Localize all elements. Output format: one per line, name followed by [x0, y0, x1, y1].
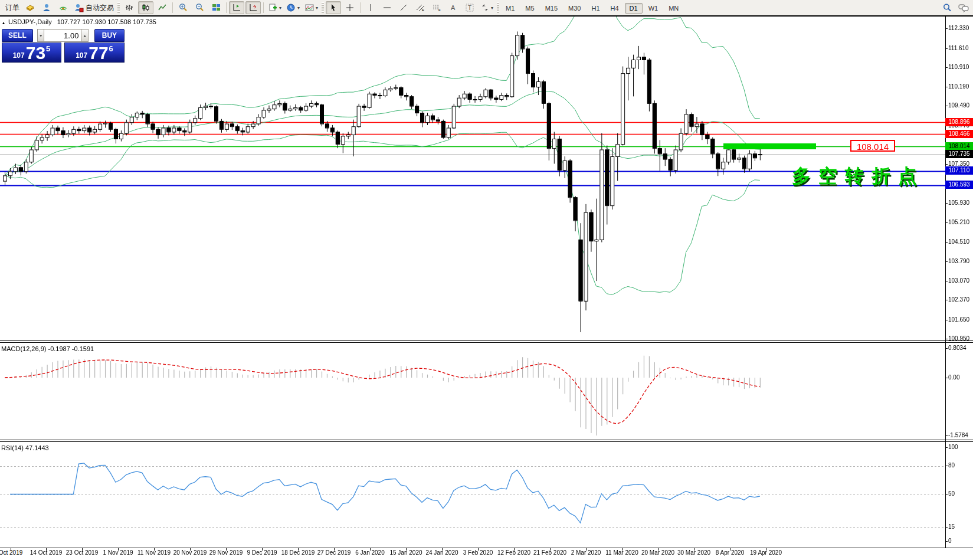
timeframe-button-M5[interactable]: M5 — [520, 3, 539, 14]
price-level-tag: 108.466 — [945, 130, 973, 138]
price-tick-label: 110.910 — [948, 64, 969, 70]
rsi-label: RSI(14) 47.1443 — [1, 444, 49, 451]
cursor-tool-button[interactable] — [326, 1, 341, 14]
price-tick — [945, 281, 948, 281]
price-tick — [945, 67, 948, 68]
volume-increase-button[interactable]: ▲ — [81, 29, 89, 42]
templates-button[interactable]: ▾ — [303, 1, 320, 14]
date-axis-tick — [478, 548, 479, 551]
new-order-label: 订单 — [5, 3, 19, 13]
rsi-tick-label: 100 — [948, 444, 958, 450]
timeframe-button-MN[interactable]: MN — [664, 3, 683, 14]
support-zone-bar[interactable] — [723, 143, 816, 149]
rsi-tick — [945, 541, 948, 542]
buy-price-figure: 107 — [76, 51, 87, 60]
templates-icon — [304, 3, 314, 12]
chart-bottom-border — [0, 548, 973, 548]
one-click-trading-widget: SELL ▼ ▲ BUY 107 73 5 107 77 6 — [2, 29, 125, 63]
price-tick-label: 112.330 — [948, 25, 969, 31]
text-label-tool-button[interactable]: T — [462, 1, 477, 14]
auto-scroll-icon — [248, 3, 258, 12]
search-icon — [942, 3, 952, 12]
zoom-out-button[interactable] — [192, 1, 207, 14]
timeframe-button-H4[interactable]: H4 — [606, 3, 624, 14]
zoom-in-icon — [178, 3, 188, 12]
arrows-tool-button[interactable]: ▾ — [479, 1, 495, 14]
timeframe-button-M15[interactable]: M15 — [540, 3, 562, 14]
chart-shift-icon — [232, 3, 242, 12]
autotrading-button[interactable]: 自动交易 — [72, 1, 116, 14]
price-tick — [945, 203, 948, 204]
price-level-tag: 108.896 — [945, 118, 973, 126]
date-axis-tick — [586, 548, 587, 551]
rsi-tick-label: 50 — [948, 490, 955, 497]
gold-chart-button[interactable] — [22, 1, 38, 14]
new-chart-button[interactable]: ▾ — [266, 1, 283, 14]
macd-tick — [945, 378, 948, 378]
price-tick — [945, 261, 948, 262]
price-tick-label: 105.210 — [948, 219, 969, 225]
date-axis-tick — [550, 548, 551, 551]
volume-input[interactable] — [44, 29, 81, 42]
toolbar-separator — [226, 2, 227, 13]
crosshair-icon — [345, 3, 355, 12]
buy-price-panel[interactable]: 107 77 6 — [64, 42, 125, 63]
signals-button[interactable] — [55, 1, 71, 14]
price-tick-label: 100.950 — [948, 335, 969, 342]
rsi-tick — [945, 494, 948, 494]
fibonacci-tool-button[interactable]: F — [429, 1, 444, 14]
templates-caret: ▾ — [316, 5, 318, 11]
price-tick — [945, 106, 948, 106]
chart-collapse-icon[interactable]: ▴ — [2, 20, 5, 25]
rsi-canvas[interactable] — [0, 442, 945, 547]
horizontal-line-tool-button[interactable] — [379, 1, 395, 14]
tile-windows-button[interactable] — [208, 1, 224, 14]
new-order-button[interactable]: 订单 — [2, 1, 21, 14]
chart-shift-button[interactable] — [229, 1, 244, 14]
rsi-tick-label: 0 — [948, 538, 952, 544]
sell-price-panel[interactable]: 107 73 5 — [2, 42, 61, 63]
price-tick — [945, 28, 948, 29]
chart-symbol-period: USDJPY-,Daily — [8, 18, 52, 25]
channel-tool-button[interactable]: E — [412, 1, 428, 14]
timeframe-button-W1[interactable]: W1 — [644, 3, 663, 14]
date-axis-tick — [11, 548, 11, 551]
auto-scroll-button[interactable] — [245, 1, 261, 14]
price-tick — [945, 222, 948, 223]
signals-icon — [58, 3, 68, 12]
periods-button[interactable]: ▾ — [284, 1, 302, 14]
price-callout-box[interactable]: 108.014 — [850, 140, 895, 152]
price-tick — [945, 242, 948, 243]
price-level-tag: 107.735 — [945, 150, 973, 158]
crosshair-tool-button[interactable] — [342, 1, 358, 14]
line-chart-button[interactable] — [155, 1, 170, 14]
search-button[interactable] — [939, 1, 955, 14]
sell-button[interactable]: SELL — [2, 29, 33, 42]
volume-decrease-button[interactable]: ▼ — [37, 29, 45, 42]
community-button[interactable] — [39, 1, 54, 14]
vertical-line-tool-button[interactable] — [363, 1, 378, 14]
macd-tick-label: 0.8034 — [948, 345, 967, 351]
price-tick — [945, 164, 948, 165]
macd-canvas[interactable] — [0, 343, 945, 440]
timeframe-button-H1[interactable]: H1 — [587, 3, 604, 14]
price-tick-label: 111.610 — [948, 45, 969, 51]
price-tick-label: 110.190 — [948, 83, 969, 90]
trendline-tool-button[interactable] — [396, 1, 411, 14]
rsi-tick — [945, 527, 948, 528]
zoom-in-button[interactable] — [175, 1, 191, 14]
pivot-text-annotation[interactable]: 多空转折点 — [792, 163, 925, 189]
price-level-tag: 107.110 — [945, 166, 973, 175]
periods-caret: ▾ — [297, 5, 300, 11]
rsi-tick-label: 80 — [948, 462, 955, 469]
chat-button[interactable] — [956, 1, 971, 14]
timeframe-button-M1[interactable]: M1 — [501, 3, 519, 14]
price-tick-label: 101.650 — [948, 316, 969, 323]
bar-chart-button[interactable] — [122, 1, 137, 14]
line-chart-icon — [158, 3, 167, 12]
candlestick-chart-button[interactable] — [138, 1, 153, 14]
buy-button[interactable]: BUY — [94, 29, 125, 42]
text-tool-button[interactable]: A — [445, 1, 461, 14]
timeframe-button-D1[interactable]: D1 — [625, 3, 643, 14]
timeframe-button-M30[interactable]: M30 — [564, 3, 585, 14]
